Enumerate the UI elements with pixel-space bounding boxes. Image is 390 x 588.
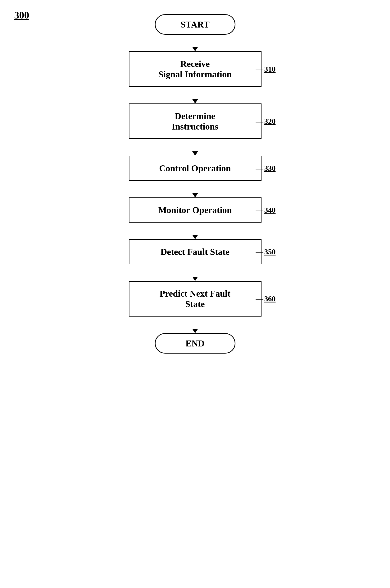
figure-number: 300: [14, 9, 29, 21]
step330-node: Control Operation: [129, 156, 261, 181]
arrow-1: [192, 35, 198, 51]
flowchart: START ReceiveSignal Information 310 Dete…: [112, 14, 278, 353]
start-wrapper: START: [112, 14, 278, 35]
step340-wrapper: Monitor Operation 340: [112, 197, 278, 223]
step360-label: Predict Next FaultState: [159, 289, 231, 309]
step350-ref: 350: [256, 247, 276, 256]
arrow-6: [192, 264, 198, 281]
step330-wrapper: Control Operation 330: [112, 156, 278, 181]
arrow-head: [192, 151, 198, 156]
step340-node: Monitor Operation: [129, 197, 261, 223]
arrow-7: [192, 317, 198, 333]
arrow-head: [192, 193, 198, 197]
arrow-line: [195, 139, 195, 151]
step340-label: Monitor Operation: [158, 205, 232, 215]
arrow-head: [192, 329, 198, 333]
step310-wrapper: ReceiveSignal Information 310: [112, 51, 278, 87]
arrow-head: [192, 235, 198, 239]
step320-label: DetermineInstructions: [172, 111, 218, 131]
arrow-line: [195, 264, 195, 277]
start-node: START: [155, 14, 236, 35]
arrow-head: [192, 277, 198, 281]
step360-ref: 360: [256, 294, 276, 303]
step360-wrapper: Predict Next FaultState 360: [112, 281, 278, 317]
end-wrapper: END: [112, 333, 278, 353]
arrow-line: [195, 87, 195, 99]
arrow-line: [195, 317, 195, 329]
step320-node: DetermineInstructions: [129, 104, 261, 139]
end-node: END: [155, 333, 236, 353]
step330-ref: 330: [256, 164, 276, 173]
step320-wrapper: DetermineInstructions 320: [112, 104, 278, 139]
step350-label: Detect Fault State: [160, 247, 230, 257]
step330-label: Control Operation: [159, 163, 231, 173]
arrow-4: [192, 181, 198, 197]
step340-ref: 340: [256, 206, 276, 215]
arrow-line: [195, 35, 195, 47]
step310-ref: 310: [256, 65, 276, 73]
arrow-3: [192, 139, 198, 156]
step360-node: Predict Next FaultState: [129, 281, 261, 317]
arrow-line: [195, 223, 195, 235]
step320-ref: 320: [256, 117, 276, 126]
arrow-head: [192, 47, 198, 51]
arrow-head: [192, 99, 198, 104]
step310-label: ReceiveSignal Information: [158, 59, 232, 79]
page: 300 START ReceiveSignal Information 310: [0, 0, 390, 588]
step310-node: ReceiveSignal Information: [129, 51, 261, 87]
arrow-5: [192, 223, 198, 239]
step350-wrapper: Detect Fault State 350: [112, 239, 278, 264]
arrow-2: [192, 87, 198, 104]
step350-node: Detect Fault State: [129, 239, 261, 264]
arrow-line: [195, 181, 195, 193]
